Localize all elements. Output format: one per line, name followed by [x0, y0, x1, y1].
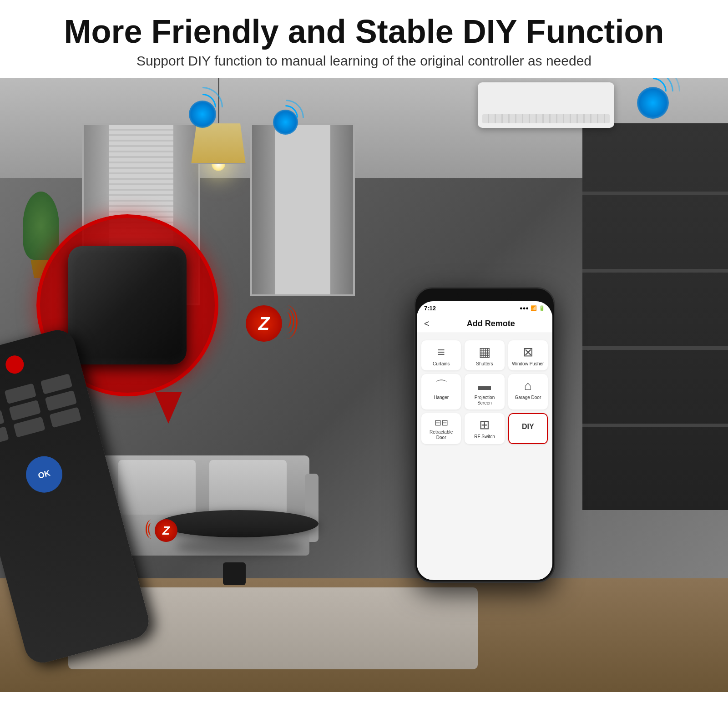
- curtains-icon: ≡: [424, 346, 458, 359]
- grid-item-hanger[interactable]: ⌒ Hanger: [421, 374, 461, 410]
- phone-time: 7:12: [424, 305, 436, 312]
- retractable-door-icon: ⊟⊟: [424, 419, 458, 427]
- curtains-label: Curtains: [424, 361, 458, 367]
- remote-ok-button: OK: [22, 452, 66, 497]
- shelf-1: [582, 192, 728, 195]
- zigbee-small-bg: Z: [155, 519, 177, 542]
- speech-bubble-tail: [155, 392, 182, 424]
- main-image-area: OK Z Z 7:12 ●●●: [0, 78, 728, 692]
- page-header: More Friendly and Stable DIY Function Su…: [0, 0, 728, 78]
- grid-item-rf-switch[interactable]: ⊞ RF Switch: [465, 413, 504, 444]
- signal-icon: ●●●: [520, 305, 529, 311]
- garage-door-icon: ⌂: [511, 379, 545, 392]
- hanger-icon: ⌒: [424, 379, 458, 392]
- zigbee-logo-main: Z: [246, 305, 282, 342]
- projection-screen-icon: ▬: [467, 379, 501, 392]
- garage-door-label: Garage Door: [511, 395, 545, 400]
- lamp-shade: [191, 123, 246, 164]
- retractable-door-label: Retractable Door: [424, 430, 458, 440]
- shelf-2: [582, 269, 728, 273]
- sofa-cushion-2: [209, 460, 287, 515]
- screen-title: Add Remote: [437, 319, 545, 329]
- phone-content: ≡ Curtains ▦ Shutters ⊠ Window Pusher ⌒: [417, 333, 552, 449]
- zigbee-logo-small: Z: [155, 519, 177, 542]
- small-device: [223, 562, 246, 585]
- remote-power-button: [4, 354, 26, 376]
- page-subtitle: Support DIY function to manual learning …: [27, 53, 701, 69]
- battery-icon: 🔋: [539, 305, 545, 311]
- projection-screen-label: Projection Screen: [467, 395, 501, 406]
- table-top: [159, 510, 318, 537]
- grid-item-garage-door[interactable]: ⌂ Garage Door: [508, 374, 548, 410]
- grid-item-diy[interactable]: DIY: [508, 413, 548, 444]
- shelf-4: [582, 424, 728, 427]
- table-reflection: [175, 537, 303, 556]
- wifi-icon: 📶: [531, 305, 537, 311]
- grid-item-shutters[interactable]: ▦ Shutters: [465, 340, 504, 370]
- remote-type-grid: ≡ Curtains ▦ Shutters ⊠ Window Pusher ⌒: [421, 340, 548, 444]
- grid-item-projection-screen[interactable]: ▬ Projection Screen: [465, 374, 504, 410]
- phone-screen: 7:12 ●●● 📶 🔋 < Add Remote ≡ Curtains: [417, 301, 552, 580]
- remote-btn-8: [13, 417, 46, 438]
- zigbee-small-letter: Z: [162, 524, 170, 538]
- shutters-icon: ▦: [467, 346, 501, 359]
- ac-unit: [478, 82, 614, 128]
- shutters-label: Shutters: [467, 361, 501, 367]
- remote-btn-9: [50, 407, 82, 428]
- hanger-label: Hanger: [424, 395, 458, 400]
- rf-switch-icon: ⊞: [467, 419, 501, 431]
- grid-item-curtains[interactable]: ≡ Curtains: [421, 340, 461, 370]
- curtain-mid-left: [252, 125, 275, 294]
- bookshelf: [582, 123, 728, 510]
- phone-nav-bar: < Add Remote: [417, 315, 552, 333]
- coffee-table: [159, 510, 318, 601]
- phone-notch: [457, 288, 512, 301]
- page-title: More Friendly and Stable DIY Function: [27, 14, 701, 50]
- phone-status-bar: 7:12 ●●● 📶 🔋: [417, 301, 552, 315]
- sofa-cushion-1: [118, 460, 196, 515]
- remote-buttons: [0, 373, 86, 448]
- window-mid: [250, 123, 355, 296]
- phone-icons: ●●● 📶 🔋: [520, 305, 545, 311]
- remote-btn-7: [0, 426, 9, 447]
- shelf-3: [582, 346, 728, 350]
- ir-hub-device: [68, 246, 187, 364]
- smartphone: 7:12 ●●● 📶 🔋 < Add Remote ≡ Curtains: [414, 287, 555, 583]
- grid-item-retractable-door[interactable]: ⊟⊟ Retractable Door: [421, 413, 461, 444]
- curtain-mid-right: [330, 125, 353, 294]
- diy-label: DIY: [512, 422, 544, 431]
- ac-vent: [482, 114, 610, 123]
- window-pusher-icon: ⊠: [511, 346, 545, 359]
- grid-item-window-pusher[interactable]: ⊠ Window Pusher: [508, 340, 548, 370]
- zigbee-z-letter: Z: [258, 313, 269, 334]
- rf-switch-label: RF Switch: [467, 434, 501, 440]
- window-pusher-label: Window Pusher: [511, 361, 545, 367]
- back-button[interactable]: <: [424, 318, 430, 329]
